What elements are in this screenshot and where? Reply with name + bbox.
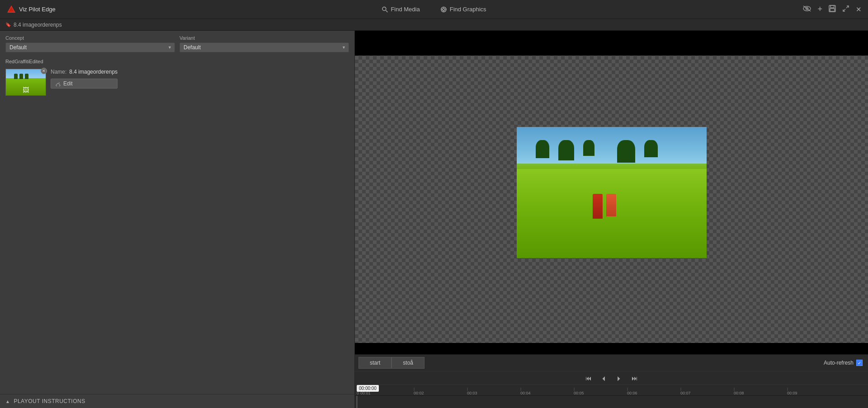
bookmark-icon: 🔖	[5, 22, 11, 27]
auto-refresh-row: Auto-refresh ✓	[824, 355, 863, 371]
left-panel: Concept Default Variant Default RedGra	[0, 31, 355, 408]
element-name-label: Name:	[51, 69, 66, 75]
timeline-buttons-row-container: start stoå Auto-refresh ✓	[355, 355, 868, 371]
transport-controls-row: ⏮ ⏴ ⏵ ⏭	[355, 371, 868, 385]
preview-trees-row	[536, 140, 658, 163]
graphics-icon	[441, 6, 447, 13]
svg-line-3	[386, 10, 387, 12]
visibility-icon[interactable]	[803, 5, 811, 14]
preview-figures	[593, 194, 616, 219]
app-logo: Viz Pilot Edge	[0, 5, 62, 14]
element-close-button[interactable]: ✕	[41, 68, 47, 74]
auto-refresh-checkbox[interactable]: ✓	[856, 360, 863, 366]
variant-select[interactable]: Default	[179, 42, 349, 52]
start-button[interactable]: start	[359, 357, 392, 369]
playhead-line	[357, 396, 357, 408]
black-bar-top	[355, 31, 868, 56]
concept-select-wrapper: Default	[5, 42, 175, 52]
concept-label: Concept	[5, 35, 175, 41]
timeline-ruler: 0 00:01 00:02 00:03 00:04 00:0	[355, 385, 868, 395]
timeline-buttons-row: start stoå	[355, 355, 868, 371]
edit-button[interactable]: Edit	[51, 79, 118, 89]
find-graphics-nav[interactable]: Find Graphics	[437, 4, 490, 14]
svg-rect-18	[56, 83, 60, 86]
top-bar-right: + ✕	[803, 5, 862, 14]
find-media-nav[interactable]: Find Media	[378, 4, 423, 14]
close-icon[interactable]: ✕	[856, 5, 862, 14]
element-thumbnail: 🖼	[5, 69, 46, 96]
find-graphics-label: Find Graphics	[450, 6, 486, 13]
element-name-value: 8.4 imageorderenps	[69, 69, 118, 75]
timeline-section: start stoå Auto-refresh ✓ ⏮ ⏴ ⏵ ⏭ 0	[355, 354, 868, 408]
element-thumb-wrapper: 🖼 ✕	[5, 69, 46, 96]
svg-line-19	[59, 82, 60, 83]
play-button[interactable]: ⏵	[614, 374, 624, 383]
find-media-label: Find Media	[391, 6, 420, 13]
svg-rect-15	[830, 9, 835, 11]
playout-header-label: PLAYOUT INSTRUCTIONS	[14, 398, 85, 404]
ruler-mark-8: 00:08	[734, 387, 787, 395]
playout-section: ▲ PLAYOUT INSTRUCTIONS	[0, 394, 354, 408]
preview-tree-1	[536, 140, 549, 158]
image-icon: 🖼	[23, 86, 29, 94]
preview-image-container	[517, 127, 707, 258]
chevron-up-icon: ▲	[5, 399, 10, 404]
timeline-cursor: 00:00:00	[357, 385, 379, 392]
preview-figure-1	[593, 194, 603, 219]
ruler-marks: 0 00:01 00:02 00:03 00:04 00:0	[357, 385, 840, 395]
element-section: RedGraffitiEdited 🖼 ✕	[0, 56, 354, 98]
preview-tree-3	[583, 140, 594, 156]
subtitle-text: 8.4 imageorderenps	[14, 22, 62, 28]
app-logo-icon	[6, 5, 16, 14]
ruler-mark-2: 00:02	[414, 387, 467, 395]
thumb-tree-1	[14, 74, 18, 79]
app-title: Viz Pilot Edge	[19, 6, 56, 13]
concept-variant-row: Concept Default Variant Default	[0, 31, 354, 56]
variant-label: Variant	[179, 35, 349, 41]
preview-figure-2	[606, 194, 616, 216]
ruler-mark-9: 00:09	[787, 387, 840, 395]
concept-select[interactable]: Default	[5, 42, 175, 52]
auto-refresh-label: Auto-refresh	[824, 360, 854, 366]
element-section-label: RedGraffitiEdited	[5, 59, 349, 64]
svg-point-2	[382, 7, 386, 10]
search-icon-media	[382, 6, 388, 13]
edit-button-label: Edit	[63, 80, 73, 87]
subtitle-bar: 🔖 8.4 imageorderenps	[0, 19, 868, 31]
thumb-tree-2	[19, 74, 23, 79]
element-card: 🖼 ✕ Name: 8.4 imageorderenps	[5, 67, 349, 98]
preview-tree-4	[617, 140, 635, 163]
cursor-time-badge: 00:00:00	[357, 385, 379, 392]
thumb-trees	[14, 74, 28, 79]
edit-icon	[56, 81, 61, 86]
ruler-mark-3: 00:03	[467, 387, 520, 395]
step-back-button[interactable]: ⏴	[599, 374, 609, 383]
right-panel: start stoå Auto-refresh ✓ ⏮ ⏴ ⏵ ⏭ 0	[355, 31, 868, 408]
element-info: Name: 8.4 imageorderenps Edit	[51, 69, 118, 89]
thumb-tree-3	[25, 74, 28, 79]
preview-tree-2	[558, 140, 574, 160]
svg-rect-14	[830, 5, 834, 8]
preview-area	[355, 31, 868, 354]
main-layout: Concept Default Variant Default RedGra	[0, 31, 868, 408]
stop-button[interactable]: stoå	[392, 357, 425, 369]
black-bar-bottom	[355, 343, 868, 354]
ruler-mark-6: 00:06	[627, 387, 680, 395]
save-icon[interactable]	[829, 5, 836, 14]
ruler-mark-4: 00:04	[520, 387, 574, 395]
playout-header[interactable]: ▲ PLAYOUT INSTRUCTIONS	[5, 398, 349, 404]
variant-select-wrapper: Default	[179, 42, 349, 52]
add-icon[interactable]: +	[817, 5, 822, 14]
element-name-row: Name: 8.4 imageorderenps	[51, 69, 118, 75]
concept-field-group: Concept Default	[5, 35, 175, 52]
preview-tree-5	[644, 140, 658, 157]
skip-start-button[interactable]: ⏮	[584, 374, 594, 383]
top-bar-center: Find Media Find Graphics	[378, 4, 490, 14]
ruler-mark-7: 00:07	[680, 387, 734, 395]
timeline-track[interactable]	[355, 395, 868, 408]
maximize-icon[interactable]	[842, 5, 849, 14]
svg-point-5	[443, 8, 445, 10]
ruler-mark-5: 00:05	[574, 387, 627, 395]
skip-end-button[interactable]: ⏭	[630, 374, 640, 383]
top-bar: Viz Pilot Edge Find Media Find Graphics	[0, 0, 868, 19]
